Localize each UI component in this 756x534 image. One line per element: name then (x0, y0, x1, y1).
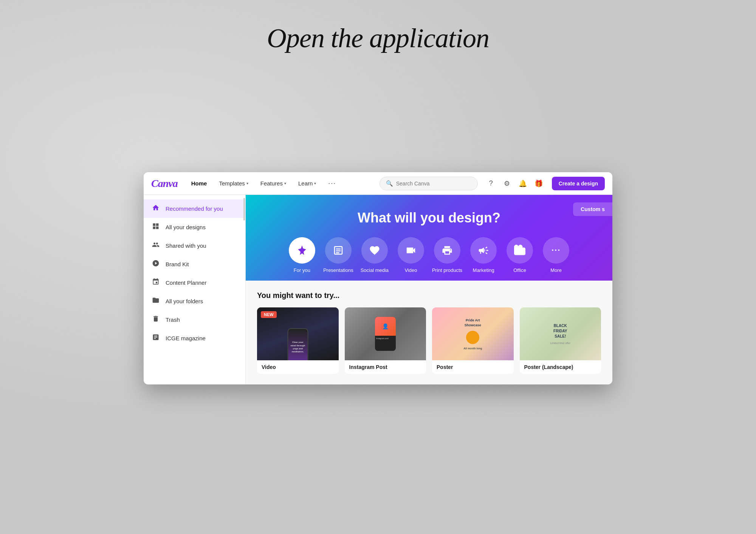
magazine-icon (151, 333, 160, 343)
social-media-label: Social media (361, 267, 389, 273)
sidebar-item-trash[interactable]: Trash (144, 310, 245, 329)
grid-icon (151, 222, 160, 232)
calendar-icon (151, 278, 160, 287)
category-more[interactable]: ··· More (541, 237, 571, 273)
design-categories: For you Presentations (261, 237, 597, 281)
nav-templates[interactable]: Templates ▾ (214, 178, 253, 189)
home-icon (151, 204, 160, 213)
try-section: You might want to try... NEW Clear your … (246, 281, 612, 384)
for-you-icon (289, 237, 315, 264)
card-instagram[interactable]: 👤 Instagram post Instagram Post (345, 307, 426, 374)
for-you-label: For you (294, 267, 310, 273)
templates-chevron-icon: ▾ (246, 181, 248, 185)
marketing-label: Marketing (473, 267, 494, 273)
gift-button[interactable]: 🎁 (531, 176, 546, 191)
card-instagram-label: Instagram Post (345, 360, 426, 374)
office-label: Office (513, 267, 526, 273)
sidebar-item-all-folders[interactable]: All your folders (144, 292, 245, 310)
category-social-media[interactable]: Social media (359, 237, 390, 273)
help-icon: ? (489, 179, 493, 187)
people-icon (151, 241, 160, 250)
trash-icon (151, 315, 160, 324)
more-label: More (550, 267, 562, 273)
card-instagram-thumb: 👤 Instagram post (345, 307, 426, 360)
main-content: What will you design? Custom s For you (246, 195, 612, 384)
new-badge: NEW (261, 311, 277, 318)
sidebar-label-icge-magazine: ICGE magazine (166, 335, 238, 341)
category-video[interactable]: Video (396, 237, 426, 273)
card-poster[interactable]: Pride ArtShowcase All month long Poster (432, 307, 514, 374)
sidebar-item-all-designs[interactable]: All your designs (144, 218, 245, 236)
sidebar-label-trash: Trash (166, 316, 238, 323)
card-video-label: Video (257, 360, 339, 374)
sidebar-label-shared: Shared with you (166, 242, 238, 249)
hero-banner: What will you design? Custom s For you (246, 195, 612, 281)
category-presentations[interactable]: Presentations (323, 237, 353, 273)
category-print-products[interactable]: Print products (432, 237, 462, 273)
nav-features[interactable]: Features ▾ (256, 178, 291, 189)
sidebar-item-icge-magazine[interactable]: ICGE magazine (144, 329, 245, 347)
sidebar-label-all-designs: All your designs (166, 224, 238, 230)
settings-icon: ⚙ (504, 179, 510, 188)
print-icon (434, 237, 460, 264)
page-title: Open the application (267, 23, 489, 54)
card-poster-thumb: Pride ArtShowcase All month long (432, 307, 514, 360)
card-poster-label: Poster (432, 360, 514, 374)
social-media-icon (361, 237, 388, 264)
sidebar-label-recommended: Recommended for you (166, 205, 238, 212)
nav-more-dots[interactable]: ··· (324, 177, 341, 190)
poster-landscape-art: BLACKFRIDAYSALE! Limited time offer (520, 307, 601, 360)
navbar: Canva Home Templates ▾ Features ▾ Learn … (144, 172, 612, 195)
card-poster-landscape[interactable]: BLACKFRIDAYSALE! Limited time offer Post… (520, 307, 601, 374)
sidebar-label-all-folders: All your folders (166, 298, 238, 304)
presentations-label: Presentations (323, 267, 353, 273)
video-icon (398, 237, 424, 264)
main-layout: Recommended for you All your designs (144, 195, 612, 384)
category-marketing[interactable]: Marketing (468, 237, 499, 273)
search-bar[interactable]: 🔍 (380, 177, 478, 190)
category-for-you[interactable]: For you (287, 237, 317, 273)
notifications-button[interactable]: 🔔 (516, 176, 530, 191)
sidebar-item-shared[interactable]: Shared with you (144, 236, 245, 255)
search-icon: 🔍 (386, 180, 393, 187)
sidebar-label-content-planner: Content Planner (166, 279, 238, 286)
app-window: Canva Home Templates ▾ Features ▾ Learn … (144, 172, 612, 384)
sidebar-scroll-thumb (243, 198, 245, 221)
search-input[interactable] (396, 181, 471, 187)
bell-icon: 🔔 (519, 179, 527, 188)
logo: Canva (151, 177, 178, 190)
try-section-title: You might want to try... (257, 291, 601, 300)
marketing-icon (470, 237, 497, 264)
phone-mockup: Clear your mind through yoga and meditat… (287, 328, 308, 360)
sidebar-scrollbar[interactable] (243, 195, 245, 384)
category-office[interactable]: Office (505, 237, 535, 273)
folder-icon (151, 296, 160, 306)
sidebar-item-brand-kit[interactable]: Brand Kit (144, 255, 245, 273)
print-products-label: Print products (432, 267, 462, 273)
sidebar-label-brand-kit: Brand Kit (166, 261, 238, 267)
nav-learn[interactable]: Learn ▾ (294, 178, 321, 189)
video-label: Video (404, 267, 417, 273)
sidebar-item-recommended[interactable]: Recommended for you (144, 199, 245, 218)
nav-icon-group: ? ⚙ 🔔 🎁 (484, 176, 546, 191)
card-poster-landscape-thumb: BLACKFRIDAYSALE! Limited time offer (520, 307, 601, 360)
custom-size-button[interactable]: Custom s (573, 202, 612, 216)
hero-title: What will you design? (261, 210, 597, 226)
more-icon: ··· (543, 237, 569, 264)
help-button[interactable]: ? (484, 176, 498, 191)
create-design-button[interactable]: Create a design (552, 177, 605, 190)
features-chevron-icon: ▾ (284, 181, 286, 185)
nav-home[interactable]: Home (187, 178, 212, 189)
instagram-art: 👤 Instagram post (345, 307, 426, 360)
card-video-thumb: NEW Clear your mind through yoga and med… (257, 307, 339, 360)
gift-icon: 🎁 (534, 179, 543, 188)
settings-button[interactable]: ⚙ (500, 176, 514, 191)
sidebar: Recommended for you All your designs (144, 195, 246, 384)
phone-screen: Clear your mind through yoga and meditat… (288, 329, 307, 360)
sidebar-item-content-planner[interactable]: Content Planner (144, 273, 245, 292)
learn-chevron-icon: ▾ (314, 181, 316, 185)
poster-art: Pride ArtShowcase All month long (432, 307, 514, 360)
presentations-icon (325, 237, 352, 264)
card-video[interactable]: NEW Clear your mind through yoga and med… (257, 307, 339, 374)
brand-icon (151, 259, 160, 269)
